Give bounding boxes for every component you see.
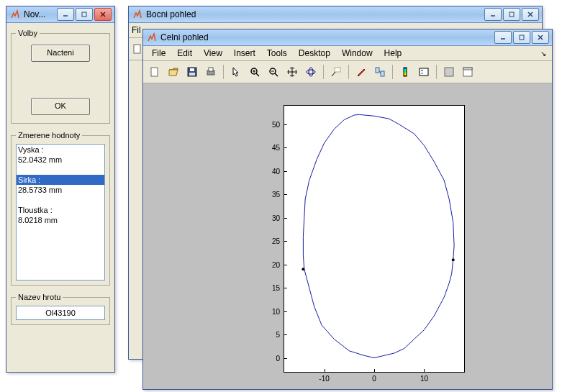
- svg-rect-31: [381, 71, 384, 76]
- titlebar[interactable]: Nov...: [6, 6, 114, 23]
- menu-file[interactable]: File: [146, 47, 171, 60]
- maximize-button[interactable]: [76, 8, 93, 21]
- menu-insert[interactable]: Insert: [228, 47, 261, 60]
- marker-dot: [452, 258, 455, 261]
- toolbar-separator: [436, 65, 437, 79]
- x-tick-label: 0: [372, 375, 376, 383]
- nazev-input[interactable]: [16, 306, 105, 320]
- titlebar[interactable]: Celni pohled: [143, 29, 552, 46]
- svg-rect-1: [82, 12, 86, 17]
- svg-rect-37: [445, 68, 453, 76]
- y-tick-label: 45: [272, 144, 280, 152]
- series-path: [303, 114, 454, 357]
- datacursor-icon[interactable]: [327, 63, 345, 81]
- maximize-button[interactable]: [513, 31, 530, 44]
- link-icon[interactable]: [371, 63, 389, 81]
- svg-line-29: [332, 72, 335, 76]
- menu-view[interactable]: View: [198, 47, 228, 60]
- list-item[interactable]: Vyska :: [17, 145, 104, 155]
- svg-rect-8: [134, 45, 140, 53]
- svg-rect-16: [190, 68, 194, 71]
- close-button[interactable]: [94, 8, 112, 21]
- toolbar: [143, 61, 552, 83]
- window-title: Nov...: [24, 9, 57, 19]
- measurements-listbox[interactable]: Vyska :52.0432 mm Sirka :28.5733 mm Tlou…: [16, 144, 105, 281]
- list-item[interactable]: 52.0432 mm: [17, 155, 104, 165]
- menu-help[interactable]: Help: [379, 47, 408, 60]
- save-icon[interactable]: [183, 63, 201, 81]
- svg-rect-33: [404, 68, 407, 76]
- toolbar-separator: [348, 65, 349, 79]
- nazev-legend: Nazev hrotu: [16, 293, 63, 301]
- figure-canvas: 05101520253035404550-10010: [143, 83, 552, 389]
- svg-rect-15: [189, 73, 195, 76]
- svg-line-24: [275, 73, 278, 76]
- volby-legend: Volby: [16, 29, 40, 37]
- toolbar-separator: [392, 65, 393, 79]
- close-button[interactable]: [532, 31, 549, 44]
- minimize-button[interactable]: [494, 31, 512, 44]
- matlab-icon: [146, 32, 158, 43]
- svg-rect-5: [509, 12, 514, 17]
- y-tick-label: 20: [272, 260, 280, 268]
- window-title: Bocni pohled: [146, 9, 484, 19]
- window-title: Celni pohled: [160, 32, 494, 42]
- svg-rect-39: [463, 68, 472, 70]
- new-icon[interactable]: [132, 43, 143, 55]
- rotate3d-icon[interactable]: [302, 63, 319, 81]
- svg-rect-13: [151, 68, 158, 76]
- titlebar[interactable]: Bocni pohled: [129, 6, 542, 23]
- menubar: FileEditViewInsertToolsDesktopWindowHelp…: [143, 46, 552, 61]
- y-tick-label: 25: [272, 237, 280, 245]
- control-panel-window: Nov... Volby Nacteni OK Zmerene hodnoty …: [6, 6, 115, 373]
- matlab-icon: [132, 9, 143, 20]
- pointer-icon[interactable]: [227, 63, 245, 81]
- list-item[interactable]: [17, 195, 104, 205]
- marker-dot: [302, 268, 304, 270]
- new-icon[interactable]: [146, 63, 163, 81]
- svg-rect-10: [520, 35, 524, 40]
- nazev-group: Nazev hrotu: [11, 293, 110, 325]
- list-item[interactable]: [17, 165, 104, 175]
- svg-rect-18: [209, 68, 213, 71]
- y-tick-label: 10: [272, 307, 280, 315]
- legend-icon[interactable]: [415, 63, 432, 81]
- menu-desktop[interactable]: Desktop: [293, 47, 336, 60]
- y-tick-label: 40: [272, 167, 280, 175]
- matlab-icon: [9, 9, 21, 20]
- list-item[interactable]: Sirka :: [17, 175, 104, 185]
- close-button[interactable]: [522, 8, 539, 21]
- y-tick-label: 50: [272, 120, 280, 128]
- x-tick-label: -10: [319, 375, 329, 383]
- menu-tools[interactable]: Tools: [261, 47, 293, 60]
- brush-icon[interactable]: [353, 63, 370, 81]
- zoom-out-icon[interactable]: [265, 63, 282, 81]
- list-item[interactable]: 8.0218 mm: [17, 215, 104, 225]
- minimize-button[interactable]: [57, 8, 74, 21]
- y-tick-label: 5: [276, 331, 280, 339]
- y-tick-label: 35: [272, 191, 280, 199]
- dock-icon[interactable]: ↘: [538, 48, 549, 59]
- show-icon[interactable]: [459, 63, 476, 81]
- svg-line-20: [256, 73, 259, 76]
- pan-icon[interactable]: [284, 63, 301, 81]
- axes: 05101520253035404550-10010: [284, 105, 465, 373]
- svg-point-27: [309, 68, 313, 76]
- y-tick-label: 30: [272, 214, 280, 222]
- print-icon[interactable]: [202, 63, 219, 81]
- zoom-in-icon[interactable]: [246, 63, 263, 81]
- zmerene-legend: Zmerene hodnoty: [16, 131, 82, 140]
- maximize-button[interactable]: [503, 8, 520, 21]
- ok-button[interactable]: OK: [31, 98, 90, 115]
- menu-edit[interactable]: Edit: [171, 47, 198, 60]
- y-tick-label: 0: [276, 354, 280, 362]
- open-icon[interactable]: [165, 63, 182, 81]
- menu-window[interactable]: Window: [336, 47, 379, 60]
- list-item[interactable]: 28.5733 mm: [17, 185, 104, 195]
- hide-icon[interactable]: [440, 63, 458, 81]
- nacteni-button[interactable]: Nacteni: [31, 45, 90, 62]
- minimize-button[interactable]: [484, 8, 502, 21]
- list-item[interactable]: Tloustka :: [17, 205, 104, 215]
- colorbar-icon[interactable]: [396, 63, 414, 81]
- toolbar-separator: [323, 65, 324, 79]
